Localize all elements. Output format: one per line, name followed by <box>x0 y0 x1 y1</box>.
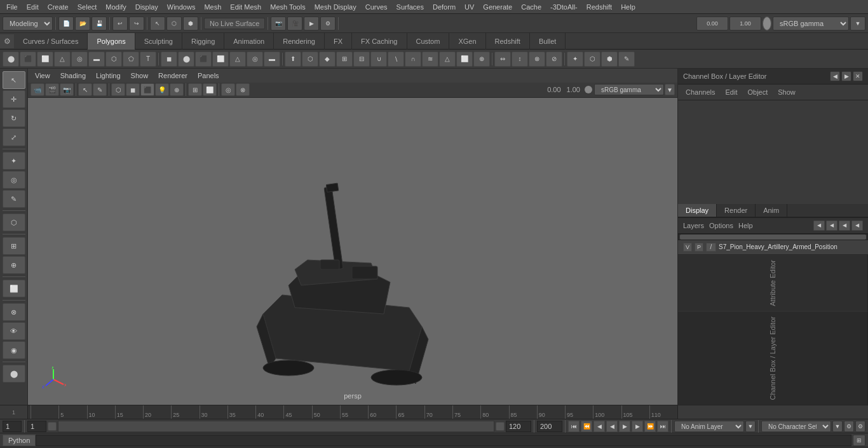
paint-sel-icon[interactable]: ✎ <box>93 83 107 96</box>
render-settings-btn[interactable]: ⚙ <box>320 17 336 31</box>
layers-tab-options[interactable]: Options <box>709 222 733 229</box>
timeline-range[interactable] <box>58 421 494 432</box>
rotate-tool-btn[interactable]: ↻ <box>3 109 25 127</box>
render-region-btn[interactable]: ⬜ <box>3 280 25 297</box>
wireframe-icon[interactable]: ⬡ <box>111 83 125 96</box>
cube-btn[interactable]: ⬛ <box>20 51 36 67</box>
tab-rendering[interactable]: Rendering <box>274 33 325 50</box>
cb-close-btn[interactable]: ✕ <box>853 71 863 81</box>
layers-extra-btn[interactable]: ◀ <box>851 221 863 231</box>
lasso-sel-btn[interactable]: ⬡ <box>3 214 25 231</box>
cb-tab-channels[interactable]: Channels <box>683 87 717 97</box>
scale-tool-btn[interactable]: ⤢ <box>3 128 25 146</box>
viewport-srgb-dropdown[interactable]: sRGB gamma <box>594 84 664 95</box>
snap-cam-icon[interactable]: 📷 <box>60 83 74 96</box>
smooth-shading-icon[interactable]: ◼ <box>126 83 140 96</box>
show-manip-btn[interactable]: ⊗ <box>3 303 25 321</box>
sculpt-btn[interactable]: ✎ <box>618 51 635 67</box>
camera-icon[interactable]: 📹 <box>31 83 44 96</box>
cb-tab-object[interactable]: Object <box>745 87 770 97</box>
sphere-btn[interactable]: ⬤ <box>3 51 19 67</box>
universal-manip-btn[interactable]: ✦ <box>3 152 25 170</box>
menu-file[interactable]: File <box>3 2 22 12</box>
x-ray-icon[interactable]: ⊗ <box>236 83 250 96</box>
menu-edit-mesh[interactable]: Edit Mesh <box>226 2 265 12</box>
tab-animation[interactable]: Animation <box>224 33 274 50</box>
vp-show-menu[interactable]: Show <box>129 71 151 80</box>
nurbs-torus-btn[interactable]: ◎ <box>247 51 263 67</box>
tab-curves-surfaces[interactable]: Curves / Surfaces <box>14 33 88 50</box>
dt-tab-render[interactable]: Render <box>717 204 756 217</box>
light-icon[interactable]: 💡 <box>155 83 169 96</box>
render-btn[interactable]: 📷 <box>271 17 286 31</box>
mode-dropdown[interactable]: Modeling <box>3 17 53 31</box>
tab-redshift[interactable]: Redshift <box>486 33 530 50</box>
python-input[interactable] <box>36 435 851 446</box>
attribute-editor-label[interactable]: Attribute Editor <box>678 255 868 311</box>
menu-surfaces[interactable]: Surfaces <box>393 2 428 12</box>
isolate-icon[interactable]: ◎ <box>221 83 235 96</box>
menu-generate[interactable]: Generate <box>479 2 516 12</box>
menu-mesh-tools[interactable]: Mesh Tools <box>266 2 309 12</box>
fill-hole-btn[interactable]: ⊕ <box>473 51 490 67</box>
python-settings-btn[interactable]: ⊞ <box>853 435 865 446</box>
char-set-settings[interactable]: ⚙ <box>844 421 854 432</box>
cb-tab-show[interactable]: Show <box>775 87 798 97</box>
tab-xgen[interactable]: XGen <box>449 33 485 50</box>
cone-btn[interactable]: △ <box>54 51 71 67</box>
snap-curve-btn[interactable]: ⊕ <box>3 256 25 274</box>
srgb-dropdown[interactable]: sRGB gamma <box>773 17 849 31</box>
play-back-btn[interactable]: ◀ <box>606 421 618 432</box>
bridge-btn[interactable]: ⬡ <box>302 51 318 67</box>
cylinder-btn[interactable]: ⬜ <box>37 51 53 67</box>
open-file-btn[interactable]: 📂 <box>75 17 90 31</box>
menu-uv[interactable]: UV <box>461 2 478 12</box>
color-arrow2[interactable]: ▼ <box>665 84 675 95</box>
layers-tab-layers[interactable]: Layers <box>683 222 704 229</box>
smooth-btn[interactable]: ≋ <box>422 51 438 67</box>
tab-fx[interactable]: FX <box>325 33 352 50</box>
python-label[interactable]: Python <box>3 435 36 446</box>
plane-btn[interactable]: ▬ <box>88 51 105 67</box>
menu-mesh[interactable]: Mesh <box>200 2 225 12</box>
timeline-ruler[interactable]: 5 10 15 20 25 30 35 40 45 50 55 60 65 70… <box>28 405 677 419</box>
menu-windows[interactable]: Windows <box>163 2 200 12</box>
separate-btn[interactable]: ⊟ <box>353 51 370 67</box>
step-back-btn[interactable]: ⏪ <box>581 421 592 432</box>
menu-display[interactable]: Display <box>132 2 162 12</box>
play-fwd-btn[interactable]: ▶ <box>619 421 630 432</box>
color-arrow-btn[interactable]: ▼ <box>850 17 865 31</box>
menu-curves[interactable]: Curves <box>362 2 391 12</box>
extrude-btn[interactable]: ⬆ <box>285 51 301 67</box>
step-fwd-btn[interactable]: ⏩ <box>644 421 656 432</box>
cb-btn2[interactable]: ▶ <box>841 71 851 81</box>
tab-settings-btn[interactable]: ⚙ <box>0 34 14 48</box>
anim-layer-dropdown[interactable]: No Anim Layer <box>674 421 744 432</box>
redo-btn[interactable]: ↪ <box>129 17 144 31</box>
menu-cache[interactable]: Cache <box>517 2 545 12</box>
menu-deform[interactable]: Deform <box>429 2 459 12</box>
char-set-arrow[interactable]: ▼ <box>832 421 843 432</box>
layers-scrollbar[interactable] <box>678 234 868 240</box>
quad-btn[interactable]: ⬜ <box>456 51 473 67</box>
vp-renderer-menu[interactable]: Renderer <box>156 71 189 80</box>
scrollbar-thumb[interactable] <box>680 234 866 240</box>
mirror-btn[interactable]: ⇔ <box>494 51 511 67</box>
next-frame-btn[interactable]: ▶ <box>632 421 643 432</box>
menu-modify[interactable]: Modify <box>102 2 130 12</box>
layers-tab-help[interactable]: Help <box>738 222 753 229</box>
reduce-btn[interactable]: ⬡ <box>584 51 600 67</box>
anim-layer-arrow[interactable]: ▼ <box>745 421 756 432</box>
menu-create[interactable]: Create <box>44 2 72 12</box>
cleanup-btn[interactable]: ✦ <box>567 51 583 67</box>
layer-visibility-btn[interactable]: V <box>683 243 692 252</box>
torus-btn[interactable]: ◎ <box>71 51 88 67</box>
menu-3dttoall[interactable]: -3DtoAll- <box>546 2 581 12</box>
bevel-btn[interactable]: ◆ <box>319 51 336 67</box>
character-set-dropdown[interactable]: No Character Set <box>761 421 831 432</box>
text-btn[interactable]: T <box>140 51 156 67</box>
range-start-field[interactable]: 1 <box>27 421 46 432</box>
save-file-btn[interactable]: 💾 <box>92 17 107 31</box>
nurbs-cyl-btn[interactable]: ⬜ <box>212 51 229 67</box>
channel-box-label[interactable]: Channel Box / Layer Editor <box>678 311 868 405</box>
